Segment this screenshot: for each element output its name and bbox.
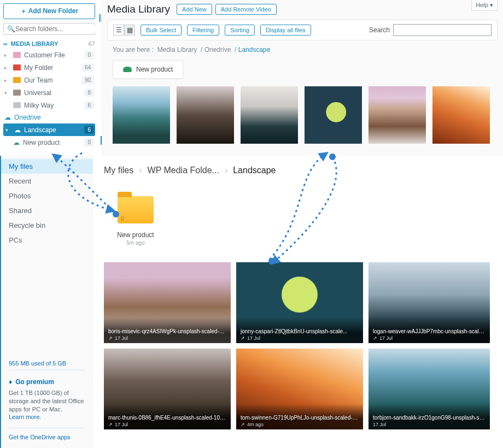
od-nav: My files Recent Photos Shared Recycle bi… <box>1 159 93 247</box>
cloud-icon: ☁ <box>4 114 11 121</box>
grid-view-toggle[interactable]: ▦ <box>124 25 135 36</box>
diamond-icon: ♦ <box>9 378 12 386</box>
cloud-icon: ☁ <box>13 139 20 146</box>
od-sidebar: My files Recent Photos Shared Recycle bi… <box>0 156 93 448</box>
display-all-button[interactable]: Display all files <box>260 25 311 36</box>
media-thumbnail[interactable] <box>241 86 298 144</box>
breadcrumb-item: Landscape <box>238 46 271 54</box>
folder-icon <box>13 102 21 108</box>
add-remote-video-button[interactable]: Add Remote Video <box>215 4 277 15</box>
chevron-right-icon: › <box>139 166 142 175</box>
folder-landscape[interactable]: ▾ ☁ Landscape 6 <box>3 123 95 136</box>
breadcrumb-item[interactable]: Media Library <box>157 46 197 54</box>
storage-used: 955 MB used of 5 GB <box>9 360 85 370</box>
infinity-icon: ∞ <box>3 40 8 47</box>
breadcrumb: You are here : Media Library / Onedrive … <box>107 40 503 60</box>
chevron-right-icon: › <box>225 166 227 175</box>
folder-icon <box>13 52 21 58</box>
folder-customer-file[interactable]: ▸ Customer File 0 <box>3 49 95 61</box>
od-folder-new-product[interactable]: 0 New product 5m ago <box>114 196 157 246</box>
help-button[interactable]: Help ▾ <box>471 0 498 11</box>
folder-label: New product <box>114 231 157 239</box>
wp-main: Media Library Add New Add Remote Video H… <box>102 0 503 156</box>
sorting-button[interactable]: Sorting <box>225 25 255 36</box>
get-onedrive-apps-link[interactable]: Get the OneDrive apps <box>9 428 85 440</box>
filtering-button[interactable]: Filtering <box>187 25 219 36</box>
od-footer: 955 MB used of 5 GB ♦ Go premium Get 1 T… <box>1 352 93 448</box>
folder-icon: 0 <box>118 196 154 223</box>
share-icon <box>241 335 245 341</box>
breadcrumb-item[interactable]: My files <box>104 166 133 175</box>
chevron-right-icon: ▸ <box>4 78 10 83</box>
share-icon <box>373 335 377 341</box>
file-card[interactable]: torbjorn-sandbakk-irzO1gonG98-unsplash-s… <box>369 349 490 429</box>
file-card[interactable]: marc-thunis-0B86_ifhE4E-unsplash-scaled-… <box>104 349 231 429</box>
file-card[interactable]: tom-swinnen-G719UpPhLJo-unsplash-scaled-… <box>236 349 363 429</box>
add-new-button[interactable]: Add New <box>177 4 212 15</box>
search-label: Search <box>369 26 390 34</box>
cloud-icon <box>123 67 132 72</box>
list-view-toggle[interactable]: ☰ <box>113 25 124 36</box>
media-thumbnail[interactable] <box>113 86 170 144</box>
file-card[interactable]: boris-misevic-qrz4ASIWgPk-unsplash-scale… <box>104 262 231 343</box>
search-folders-input[interactable]: 🔍 <box>3 23 95 35</box>
file-card[interactable]: jonny-caspari-ZtlQjtbkBnU-unsplash-scale… <box>236 262 363 343</box>
media-thumbnail[interactable] <box>369 86 426 144</box>
cloud-icon: ☁ <box>14 126 21 134</box>
breadcrumb-item: Landscape <box>233 166 276 175</box>
media-search-input[interactable] <box>393 24 492 36</box>
media-thumbnail[interactable] <box>432 86 490 144</box>
add-folder-label: Add New Folder <box>28 7 78 15</box>
search-icon: 🔍 <box>7 25 15 33</box>
chevron-down-icon: ▾ <box>5 127 11 133</box>
file-card[interactable]: logan-weaver-wAJJJbP7mbc-unsplash-scaled… <box>369 262 490 343</box>
folder-icon <box>13 64 21 70</box>
media-thumbnail[interactable] <box>177 86 234 144</box>
od-file-grid: boris-misevic-qrz4ASIWgPk-unsplash-scale… <box>104 262 498 429</box>
folder-our-team[interactable]: ▸ Our Team 90 <box>3 74 95 86</box>
folder-icon <box>13 77 21 83</box>
media-toolbar: ☰ ▦ Bulk Select Filtering Sorting Displa… <box>107 20 498 40</box>
od-nav-my-files[interactable]: My files <box>1 159 93 174</box>
learn-more-link[interactable]: Learn more. <box>9 414 41 420</box>
share-icon <box>108 422 113 427</box>
media-library-root[interactable]: ∞ MEDIA LIBRARY 67 <box>3 40 95 47</box>
folder-my-folder[interactable]: ▸ My Folder 64 <box>3 61 95 74</box>
go-premium-link[interactable]: ♦ Go premium <box>9 378 85 386</box>
breadcrumb-item[interactable]: Onedrive <box>204 46 231 54</box>
media-thumbnail[interactable] <box>305 86 362 144</box>
od-nav-shared[interactable]: Shared <box>1 203 93 218</box>
premium-text: Get 1 TB (1000 GB) of storage and the la… <box>9 389 85 414</box>
page-title: Media Library <box>107 3 170 15</box>
folder-sublabel: 5m ago <box>114 240 157 246</box>
od-nav-recent[interactable]: Recent <box>1 174 93 188</box>
share-icon <box>108 335 113 341</box>
od-nav-recycle[interactable]: Recycle bin <box>1 218 93 233</box>
od-nav-pcs[interactable]: PCs <box>1 233 93 247</box>
media-thumbnails <box>113 86 498 144</box>
folder-universal[interactable]: ▾ Universal 8 <box>3 86 95 99</box>
bulk-select-button[interactable]: Bulk Select <box>141 25 182 36</box>
add-new-folder-button[interactable]: ＋ Add New Folder <box>3 3 95 19</box>
chevron-right-icon: ▸ <box>4 52 10 58</box>
chevron-down-icon: ▾ <box>4 90 10 96</box>
chevron-right-icon: ▸ <box>4 65 10 70</box>
od-nav-photos[interactable]: Photos <box>1 188 93 203</box>
wp-header: Media Library Add New Add Remote Video <box>107 3 503 15</box>
folder-chip-new-product[interactable]: New product <box>113 60 183 79</box>
breadcrumb-item[interactable]: WP Media Folde... <box>148 166 219 175</box>
folder-onedrive[interactable]: ☁ Onedrive <box>3 111 95 123</box>
od-breadcrumb: My files › WP Media Folde... › Landscape <box>104 166 498 175</box>
folder-icon <box>13 90 21 96</box>
folder-new-product[interactable]: ☁ New product 0 <box>3 136 95 149</box>
wp-sidebar: ＋ Add New Folder 🔍 ∞ MEDIA LIBRARY 67 ▸ … <box>0 0 98 156</box>
folder-milky-way[interactable]: Milky Way 6 <box>3 99 95 111</box>
share-icon <box>241 422 245 427</box>
od-main: My files › WP Media Folde... › Landscape… <box>93 156 503 448</box>
